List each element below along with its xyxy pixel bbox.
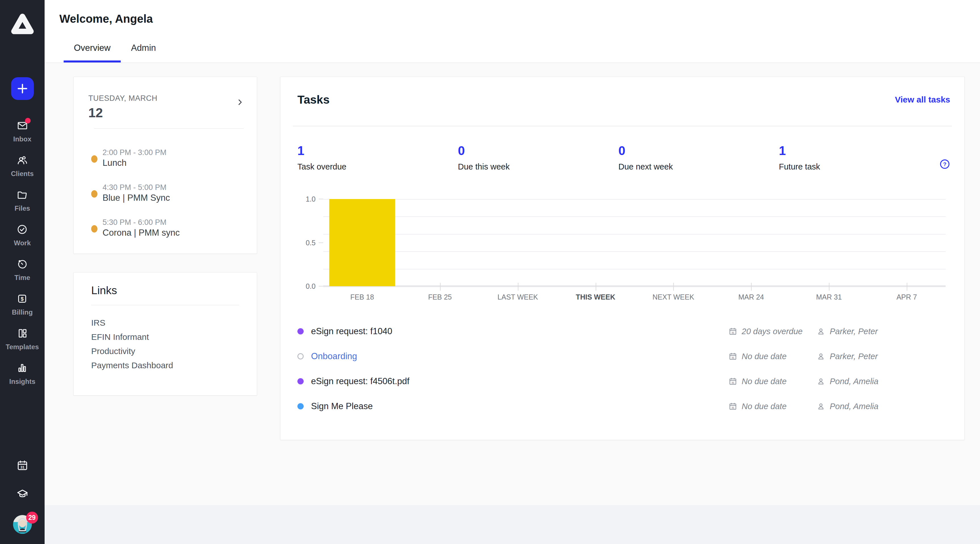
event-time: 2:00 PM - 3:00 PM bbox=[103, 148, 167, 157]
tasks-bar-chart: 1.0 0.5 0.0 bbox=[323, 199, 946, 286]
task-due-date: No due date bbox=[742, 377, 787, 386]
task-status-dot bbox=[298, 328, 304, 335]
person-icon bbox=[817, 327, 825, 336]
task-list: eSign request: f1040 31 20 days overdue … bbox=[298, 319, 950, 419]
links-card-title: Links bbox=[91, 284, 239, 297]
svg-text:31: 31 bbox=[732, 331, 734, 334]
task-status-dot bbox=[298, 378, 304, 384]
sidebar-nav: Inbox Clients Files bbox=[6, 120, 39, 397]
task-assignee: Parker, Peter bbox=[830, 327, 878, 336]
link-efin-informant[interactable]: EFIN Informant bbox=[91, 332, 239, 342]
schedule-event[interactable]: 2:00 PM - 3:00 PM Lunch bbox=[91, 148, 245, 168]
link-payments-dashboard[interactable]: Payments Dashboard bbox=[91, 360, 239, 371]
user-avatar[interactable]: 29 bbox=[13, 515, 32, 534]
svg-text:31: 31 bbox=[732, 381, 734, 384]
people-icon bbox=[16, 154, 28, 166]
folder-icon bbox=[16, 189, 28, 200]
unread-badge-dot bbox=[25, 118, 31, 124]
footer-strip bbox=[45, 505, 980, 544]
task-due-date: No due date bbox=[742, 402, 787, 411]
event-dot bbox=[91, 155, 97, 163]
calendar-icon: 31 bbox=[729, 327, 737, 336]
task-assignee: Parker, Peter bbox=[830, 352, 878, 361]
x-tick-label: FEB 18 bbox=[323, 293, 401, 301]
links-card: Links IRS EFIN Informant Productivity Pa… bbox=[73, 272, 257, 395]
schedule-event-list: 2:00 PM - 3:00 PM Lunch 4:30 PM - 5:00 P… bbox=[73, 128, 257, 238]
task-assignee: Pond, Amelia bbox=[830, 402, 878, 411]
graduation-cap-icon[interactable] bbox=[16, 488, 29, 500]
sidebar-item-insights[interactable]: Insights bbox=[9, 362, 35, 385]
main-content: TUESDAY, MARCH 12 2:00 PM - 3:00 PM Lunc… bbox=[45, 63, 980, 544]
tab-bar: Overview Admin bbox=[64, 43, 166, 62]
date-weekday-month: TUESDAY, MARCH bbox=[88, 94, 158, 103]
sidebar-item-label: Templates bbox=[6, 343, 39, 351]
link-productivity[interactable]: Productivity bbox=[91, 346, 239, 356]
view-all-tasks-link[interactable]: View all tasks bbox=[895, 95, 950, 105]
timer-icon bbox=[17, 259, 28, 270]
sidebar-item-time[interactable]: Time bbox=[14, 259, 30, 282]
schedule-event[interactable]: 5:30 PM - 6:00 PM Corona | PMM sync bbox=[91, 218, 245, 238]
task-row: Onboarding 31 No due date Parker, Peter bbox=[298, 344, 950, 369]
y-tick-label: 1.0 bbox=[293, 195, 316, 203]
sidebar-item-label: Insights bbox=[9, 377, 35, 385]
sidebar-item-label: Clients bbox=[11, 170, 33, 178]
sidebar-item-files[interactable]: Files bbox=[14, 189, 30, 213]
sidebar-item-billing[interactable]: $ Billing bbox=[12, 293, 33, 316]
x-tick-label: APR 7 bbox=[868, 293, 946, 301]
stat-future-task: 1 Future task bbox=[779, 143, 939, 171]
x-axis-labels: FEB 18 FEB 25 LAST WEEK THIS WEEK NEXT W… bbox=[323, 293, 946, 301]
event-title: Blue | PMM Sync bbox=[103, 193, 170, 203]
task-name[interactable]: eSign request: f4506t.pdf bbox=[311, 376, 729, 386]
today-schedule-card: TUESDAY, MARCH 12 2:00 PM - 3:00 PM Lunc… bbox=[73, 77, 257, 254]
chevron-right-icon[interactable] bbox=[236, 98, 244, 121]
person-icon bbox=[817, 352, 825, 361]
task-name[interactable]: eSign request: f1040 bbox=[311, 326, 729, 336]
sidebar-item-clients[interactable]: Clients bbox=[11, 154, 33, 178]
divider bbox=[91, 305, 239, 305]
sidebar-item-inbox[interactable]: Inbox bbox=[13, 120, 32, 143]
link-irs[interactable]: IRS bbox=[91, 318, 239, 328]
y-tick-label: 0.0 bbox=[293, 282, 316, 290]
x-tick-label: THIS WEEK bbox=[557, 293, 635, 301]
tab-admin[interactable]: Admin bbox=[121, 43, 166, 62]
dollar-square-icon: $ bbox=[16, 293, 28, 305]
sidebar-item-templates[interactable]: Templates bbox=[6, 328, 39, 351]
check-circle-icon bbox=[16, 224, 28, 235]
svg-text:$: $ bbox=[21, 296, 24, 302]
sidebar-item-label: Billing bbox=[12, 308, 33, 316]
links-list: IRS EFIN Informant Productivity Payments… bbox=[91, 318, 239, 371]
task-row: eSign request: f1040 31 20 days overdue … bbox=[298, 319, 950, 344]
event-dot bbox=[91, 190, 97, 198]
event-title: Lunch bbox=[103, 158, 167, 168]
task-row: eSign request: f4506t.pdf 31 No due date… bbox=[298, 369, 950, 394]
schedule-event[interactable]: 4:30 PM - 5:00 PM Blue | PMM Sync bbox=[91, 183, 245, 203]
canopy-triangle-logo[interactable] bbox=[9, 11, 36, 38]
event-title: Corona | PMM sync bbox=[103, 228, 180, 238]
task-assignee: Pond, Amelia bbox=[830, 377, 878, 386]
task-name[interactable]: Onboarding bbox=[311, 351, 729, 362]
stat-task-overdue: 1 Task overdue bbox=[298, 143, 458, 171]
event-dot bbox=[91, 225, 97, 233]
create-new-button[interactable] bbox=[11, 77, 34, 100]
x-tick-label: LAST WEEK bbox=[479, 293, 557, 301]
page-title: Welcome, Angela bbox=[59, 13, 153, 25]
divider bbox=[293, 126, 952, 126]
svg-text:31: 31 bbox=[732, 356, 734, 359]
notification-count-badge: 29 bbox=[26, 512, 38, 523]
y-tick-label: 0.5 bbox=[293, 239, 316, 247]
task-due-date: No due date bbox=[742, 352, 787, 361]
tasks-card: Tasks View all tasks 1 Task overdue 0 Du… bbox=[280, 77, 965, 440]
layout-icon bbox=[17, 328, 28, 339]
svg-text:?: ? bbox=[943, 161, 947, 167]
task-name[interactable]: Sign Me Please bbox=[311, 401, 729, 411]
tab-overview[interactable]: Overview bbox=[64, 43, 121, 62]
sidebar-item-work[interactable]: Work bbox=[14, 224, 31, 247]
sidebar-item-label: Inbox bbox=[13, 135, 32, 143]
person-icon bbox=[817, 377, 825, 385]
calendar-icon[interactable]: 31 bbox=[16, 459, 29, 471]
task-status-dot bbox=[298, 353, 304, 360]
x-tick-label: NEXT WEEK bbox=[635, 293, 713, 301]
help-icon[interactable]: ? bbox=[939, 159, 950, 170]
task-due-date: 20 days overdue bbox=[742, 327, 802, 336]
sidebar-bottom: 31 29 bbox=[13, 459, 32, 534]
